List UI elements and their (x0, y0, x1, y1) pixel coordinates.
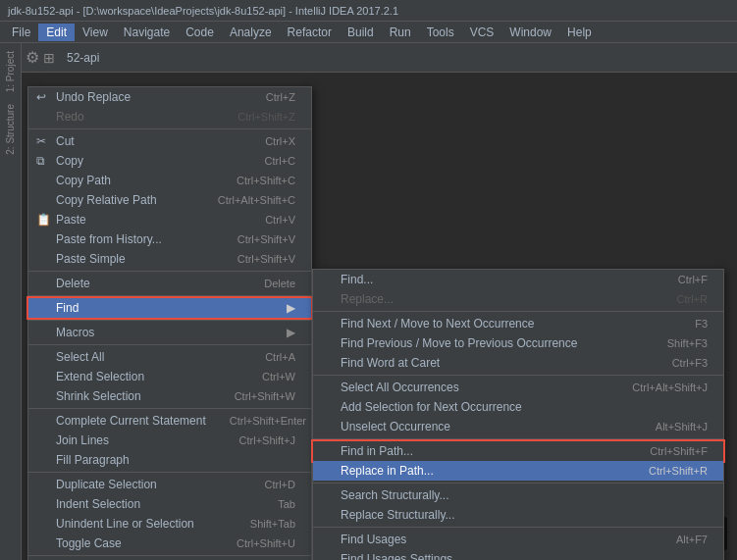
duplicate-label: Duplicate Selection (56, 478, 157, 491)
submenu-find-in-path[interactable]: Find in Path... Ctrl+Shift+F (313, 441, 723, 461)
sidebar-tab-structure[interactable]: 2: Structure (3, 100, 18, 159)
submenu-find-prev[interactable]: Find Previous / Move to Previous Occurre… (313, 333, 723, 353)
menu-copy-path[interactable]: Copy Path Ctrl+Shift+C (28, 171, 311, 190)
submenu-find-shortcut: Ctrl+F (678, 274, 708, 285)
menu-copy[interactable]: ⧉ Copy Ctrl+C (28, 151, 311, 171)
menu-redo[interactable]: Redo Ctrl+Shift+Z (28, 107, 311, 127)
redo-label: Redo (56, 110, 84, 124)
menu-complete-statement[interactable]: Complete Current Statement Ctrl+Shift+En… (28, 411, 311, 431)
menu-undo[interactable]: ↩ Undo Replace Ctrl+Z (28, 87, 311, 107)
submenu-find-usages-shortcut: Alt+F7 (676, 534, 708, 545)
menu-run[interactable]: Run (382, 24, 419, 41)
fsep2 (313, 375, 723, 376)
menu-duplicate[interactable]: Duplicate Selection Ctrl+D (28, 475, 311, 494)
menu-edit[interactable]: Edit (38, 24, 75, 41)
menu-indent[interactable]: Indent Selection Tab (28, 494, 311, 514)
submenu-find-usages-settings[interactable]: Find Usages Settings... (313, 549, 723, 560)
undo-label: Undo Replace (56, 90, 131, 104)
paste-simple-shortcut: Ctrl+Shift+V (237, 253, 295, 265)
submenu-replace-structurally-label: Replace Structurally... (341, 508, 455, 522)
macros-arrow: ▶ (287, 326, 295, 339)
menu-find[interactable]: Find ▶ (28, 298, 311, 318)
layout-icon: ⊞ (43, 50, 55, 66)
cut-label: Cut (56, 134, 75, 148)
sep5 (28, 344, 311, 345)
sidebar-left: 1: Project 2: Structure (0, 43, 22, 560)
menu-shrink-selection[interactable]: Shrink Selection Ctrl+Shift+W (28, 386, 311, 406)
menu-cut[interactable]: ✂ Cut Ctrl+X (28, 131, 311, 151)
menu-join-lines[interactable]: Join Lines Ctrl+Shift+J (28, 431, 311, 450)
menu-view[interactable]: View (75, 24, 116, 41)
menu-refactor[interactable]: Refactor (280, 24, 340, 41)
complete-statement-label: Complete Current Statement (56, 414, 206, 428)
submenu-select-all-occ-label: Select All Occurrences (341, 381, 459, 394)
fill-paragraph-label: Fill Paragraph (56, 453, 130, 467)
submenu-find-usages-label: Find Usages (341, 533, 406, 546)
submenu-unselect-occ[interactable]: Unselect Occurrence Alt+Shift+J (313, 417, 723, 436)
submenu-replace-label: Replace... (341, 292, 394, 306)
copy-relative-path-shortcut: Ctrl+Alt+Shift+C (218, 194, 295, 206)
submenu-unselect-occ-shortcut: Alt+Shift+J (656, 421, 708, 433)
menu-file[interactable]: File (4, 24, 38, 41)
fsep5 (313, 527, 723, 528)
titlebar-text: jdk-8u152-api - [D:\workspace\IdeaProjec… (8, 5, 398, 17)
submenu-replace-shortcut: Ctrl+R (677, 293, 708, 305)
delete-label: Delete (56, 277, 90, 290)
submenu-replace[interactable]: Replace... Ctrl+R (313, 289, 723, 309)
menu-navigate[interactable]: Navigate (116, 24, 178, 41)
duplicate-shortcut: Ctrl+D (265, 479, 295, 490)
submenu-find-next[interactable]: Find Next / Move to Next Occurrence F3 (313, 314, 723, 333)
indent-label: Indent Selection (56, 497, 140, 511)
submenu-find-in-path-shortcut: Ctrl+Shift+F (650, 445, 708, 457)
paste-icon: 📋 (36, 213, 51, 227)
join-lines-label: Join Lines (56, 433, 109, 447)
menu-toggle-case[interactable]: Toggle Case Ctrl+Shift+U (28, 534, 311, 553)
paste-history-shortcut: Ctrl+Shift+V (237, 233, 295, 245)
menu-paste[interactable]: 📋 Paste Ctrl+V (28, 210, 311, 229)
menu-code[interactable]: Code (178, 24, 222, 41)
sep3 (28, 295, 311, 296)
sep6 (28, 408, 311, 409)
find-submenu: Find... Ctrl+F Replace... Ctrl+R Find Ne… (312, 269, 724, 560)
sep1 (28, 128, 311, 129)
menu-select-all[interactable]: Select All Ctrl+A (28, 347, 311, 367)
submenu-select-all-occ[interactable]: Select All Occurrences Ctrl+Alt+Shift+J (313, 378, 723, 397)
sep4 (28, 320, 311, 321)
submenu-find[interactable]: Find... Ctrl+F (313, 270, 723, 289)
undo-icon: ↩ (36, 90, 46, 104)
menu-vcs[interactable]: VCS (462, 24, 502, 41)
menu-macros[interactable]: Macros ▶ (28, 323, 311, 342)
submenu-replace-structurally[interactable]: Replace Structurally... (313, 505, 723, 525)
submenu-select-all-occ-shortcut: Ctrl+Alt+Shift+J (632, 382, 708, 393)
menu-analyze[interactable]: Analyze (222, 24, 280, 41)
copy-icon: ⧉ (36, 154, 45, 168)
submenu-find-word-shortcut: Ctrl+F3 (672, 357, 708, 369)
submenu-search-structurally[interactable]: Search Structurally... (313, 485, 723, 505)
menu-copy-relative-path[interactable]: Copy Relative Path Ctrl+Alt+Shift+C (28, 190, 311, 210)
menu-extend-selection[interactable]: Extend Selection Ctrl+W (28, 367, 311, 386)
menu-paste-simple[interactable]: Paste Simple Ctrl+Shift+V (28, 249, 311, 269)
menu-unindent[interactable]: Unindent Line or Selection Shift+Tab (28, 514, 311, 534)
menu-fill-paragraph[interactable]: Fill Paragraph (28, 450, 311, 470)
select-all-shortcut: Ctrl+A (265, 351, 295, 363)
submenu-find-usages[interactable]: Find Usages Alt+F7 (313, 530, 723, 549)
menu-help[interactable]: Help (559, 24, 600, 41)
submenu-replace-in-path[interactable]: Replace in Path... Ctrl+Shift+R (313, 461, 723, 481)
submenu-find-prev-shortcut: Shift+F3 (667, 337, 708, 349)
paste-label: Paste (56, 213, 86, 227)
shrink-selection-label: Shrink Selection (56, 389, 141, 403)
menu-tools[interactable]: Tools (419, 24, 462, 41)
submenu-unselect-occ-label: Unselect Occurrence (341, 420, 450, 433)
menu-paste-history[interactable]: Paste from History... Ctrl+Shift+V (28, 229, 311, 249)
menu-window[interactable]: Window (501, 24, 559, 41)
submenu-find-usages-settings-label: Find Usages Settings... (341, 552, 462, 560)
main-area: 1: Project 2: Structure ⚙ ⊞ 52-api ↩ Und… (0, 43, 737, 560)
menu-delete[interactable]: Delete Delete (28, 274, 311, 293)
menu-build[interactable]: Build (340, 24, 382, 41)
copy-label: Copy (56, 154, 83, 168)
submenu-find-word[interactable]: Find Word at Caret Ctrl+F3 (313, 353, 723, 373)
submenu-search-structurally-label: Search Structurally... (341, 488, 448, 502)
submenu-add-selection[interactable]: Add Selection for Next Occurrence (313, 397, 723, 417)
sidebar-tab-project[interactable]: 1: Project (3, 47, 18, 96)
delete-shortcut: Delete (264, 278, 295, 289)
